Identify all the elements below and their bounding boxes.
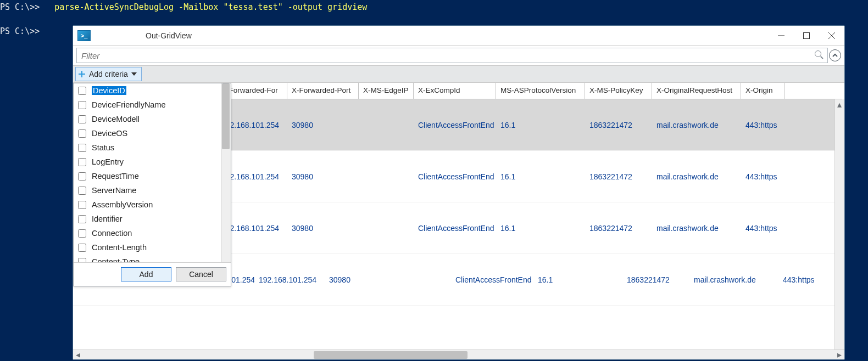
criteria-item[interactable]: Identifier <box>74 212 231 226</box>
svg-rect-1 <box>804 32 810 38</box>
chevron-up-icon <box>832 52 838 59</box>
ps-line-1: PS C:\>> parse-ActiveSyncDebugLog -Mailb… <box>0 1 868 13</box>
cell-origp: 443:https <box>778 273 822 286</box>
cell-origh: mail.crashwork.de <box>652 222 741 235</box>
criteria-label: AssemblyVersion <box>92 200 153 209</box>
maximize-button[interactable] <box>794 26 819 46</box>
criteria-checkbox[interactable] <box>78 144 86 152</box>
collapse-toggle[interactable] <box>829 49 841 61</box>
window-title: Out-GridView <box>146 31 192 40</box>
search-icon <box>815 50 825 60</box>
criteria-list: DeviceIDDeviceFriendlyNameDeviceModellDe… <box>74 83 231 262</box>
cell-edge <box>396 278 451 282</box>
criteria-checkbox[interactable] <box>78 215 86 223</box>
criteria-item[interactable]: DeviceModell <box>74 112 231 126</box>
scroll-left-icon: ◂ <box>73 350 83 360</box>
criteria-item[interactable]: LogEntry <box>74 155 231 169</box>
cell-exc: ClientAccessFrontEnd <box>414 222 496 235</box>
ps-prompt-2: PS C:\>> <box>0 26 40 36</box>
criteria-label: Identifier <box>92 215 123 223</box>
scroll-track[interactable] <box>83 351 834 359</box>
filter-input[interactable] <box>76 48 828 63</box>
criteria-label: DeviceID <box>92 86 126 95</box>
scroll-thumb[interactable] <box>314 351 468 359</box>
column-header-edge[interactable]: X-MS-EdgeIP <box>359 83 414 99</box>
criteria-cancel-button[interactable]: Cancel <box>176 267 226 281</box>
criteria-item[interactable]: DeviceOS <box>74 126 231 140</box>
criteria-scrollbar[interactable] <box>221 83 231 262</box>
cell-polkey: 1863221472 <box>585 119 652 132</box>
cell-origh: mail.crashwork.de <box>689 273 778 286</box>
criteria-label: DeviceFriendlyName <box>92 100 166 109</box>
criteria-checkbox[interactable] <box>78 229 86 238</box>
cell-xfp: 30980 <box>287 119 359 132</box>
out-gridview-window: >_ Out-GridView Add criteria IP <box>73 25 845 360</box>
criteria-scroll-thumb[interactable] <box>222 83 230 149</box>
column-header-exc[interactable]: X-ExCompId <box>414 83 496 99</box>
criteria-checkbox[interactable] <box>78 258 86 263</box>
criteria-checkbox[interactable] <box>78 201 86 209</box>
column-header-asv[interactable]: MS-ASProtocolVersion <box>496 83 585 99</box>
criteria-label: Status <box>92 143 114 152</box>
filter-row <box>73 46 844 66</box>
criteria-label: Content-Type <box>92 257 140 262</box>
cell-origp: 443:https <box>741 119 785 132</box>
criteria-label: DeviceOS <box>92 129 127 138</box>
cell-polkey: 1863221472 <box>585 222 652 235</box>
cell-origp: 443:https <box>741 222 785 235</box>
criteria-item[interactable]: DeviceID <box>74 83 231 98</box>
scroll-right-icon: ▸ <box>834 350 844 360</box>
cell-exc: ClientAccessFrontEnd <box>414 170 496 183</box>
criteria-checkbox[interactable] <box>78 158 86 166</box>
column-header-origh[interactable]: X-OriginalRequestHost <box>652 83 741 99</box>
scroll-up-icon: ▴ <box>836 100 843 108</box>
cell-edge <box>359 174 414 179</box>
criteria-checkbox[interactable] <box>78 87 86 95</box>
minimize-button[interactable] <box>769 26 794 46</box>
add-criteria-button[interactable]: Add criteria <box>75 67 142 81</box>
cell-exc: ClientAccessFrontEnd <box>414 119 496 132</box>
titlebar[interactable]: >_ Out-GridView <box>73 26 844 46</box>
grid-area: IP X-Forwarded-For X-Forwarded-Port X-MS… <box>73 83 844 359</box>
criteria-item[interactable]: Connection <box>74 226 231 240</box>
criteria-item[interactable]: DeviceFriendlyName <box>74 98 231 112</box>
cell-polkey: 1863221472 <box>585 170 652 183</box>
criteria-label: RequestTime <box>92 172 139 180</box>
criteria-item[interactable]: Status <box>74 140 231 155</box>
close-button[interactable] <box>819 26 844 46</box>
cell-asv: 16.1 <box>533 273 622 286</box>
criteria-checkbox[interactable] <box>78 244 86 252</box>
criteria-checkbox[interactable] <box>78 129 86 138</box>
criteria-checkbox[interactable] <box>78 101 86 109</box>
criteria-popup-buttons: Add Cancel <box>74 262 231 286</box>
horizontal-scrollbar[interactable]: ◂ ▸ <box>73 349 844 359</box>
criteria-checkbox[interactable] <box>78 187 86 195</box>
criteria-checkbox[interactable] <box>78 172 86 180</box>
minimize-icon <box>777 32 785 40</box>
cell-xfp: 30980 <box>287 170 359 183</box>
criteria-checkbox[interactable] <box>78 115 86 123</box>
cell-exc: ClientAccessFrontEnd <box>451 273 533 286</box>
criteria-item[interactable]: AssemblyVersion <box>74 198 231 212</box>
column-header-polkey[interactable]: X-MS-PolicyKey <box>585 83 652 99</box>
cell-xfp: 30980 <box>325 273 396 286</box>
criteria-item[interactable]: RequestTime <box>74 169 231 183</box>
cell-asv: 16.1 <box>496 119 585 132</box>
cell-asv: 16.1 <box>496 170 585 183</box>
vertical-scrollbar[interactable]: ▴ <box>834 99 844 349</box>
criteria-bar: Add criteria <box>73 66 844 83</box>
maximize-icon <box>803 32 810 40</box>
column-header-xfp[interactable]: X-Forwarded-Port <box>287 83 359 99</box>
criteria-label: DeviceModell <box>92 115 140 123</box>
ps-command: parse-ActiveSyncDebugLog -Mailbox "tessa… <box>54 2 367 12</box>
criteria-item[interactable]: ServerName <box>74 183 231 198</box>
criteria-label: Content-Length <box>92 243 147 252</box>
criteria-item[interactable]: Content-Type <box>74 255 231 262</box>
column-header-origp[interactable]: X-Origin <box>741 83 785 99</box>
ps-prompt: PS C:\>> <box>0 2 40 12</box>
criteria-item[interactable]: Content-Length <box>74 240 231 255</box>
criteria-label: ServerName <box>92 186 136 195</box>
criteria-add-button[interactable]: Add <box>121 267 171 281</box>
chevron-down-icon <box>131 72 137 76</box>
cell-asv: 16.1 <box>496 222 585 235</box>
